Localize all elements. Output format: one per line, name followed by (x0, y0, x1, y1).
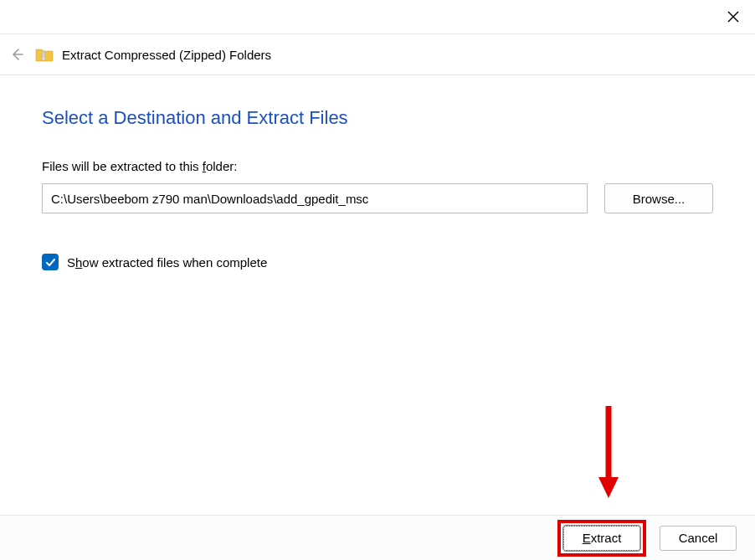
svg-rect-2 (42, 52, 45, 60)
extract-button-hotkey: E (583, 531, 591, 545)
show-files-label[interactable]: Show extracted files when complete (67, 255, 267, 270)
show-files-label-post: ow extracted files when complete (82, 255, 267, 270)
destination-label: Files will be extracted to this folder: (42, 159, 713, 173)
destination-label-pre: Files will be extracted to this (42, 159, 203, 173)
show-files-label-pre: S (67, 255, 75, 270)
show-files-checkbox[interactable] (42, 254, 59, 270)
close-button[interactable] (722, 5, 745, 28)
annotation-arrow (596, 402, 621, 502)
nav-row: Extract Compressed (Zipped) Folders (0, 33, 755, 75)
extract-button[interactable]: Extract (563, 526, 640, 551)
show-files-row: Show extracted files when complete (42, 254, 713, 270)
extract-button-text: xtract (591, 531, 622, 545)
back-button[interactable] (7, 44, 27, 64)
zip-folder-icon (35, 47, 54, 62)
titlebar (0, 0, 755, 33)
page-heading: Select a Destination and Extract Files (42, 107, 713, 129)
annotation-highlight: Extract (557, 520, 646, 557)
destination-label-post: older: (206, 159, 238, 173)
arrow-left-icon (10, 48, 23, 61)
wizard-title: Extract Compressed (Zipped) Folders (62, 48, 271, 62)
content-area: Select a Destination and Extract Files F… (0, 75, 755, 270)
check-icon (45, 257, 56, 268)
destination-row: Browse... (42, 183, 713, 213)
close-icon (727, 11, 739, 23)
browse-button[interactable]: Browse... (604, 183, 713, 213)
svg-marker-7 (598, 477, 619, 498)
cancel-button[interactable]: Cancel (660, 526, 737, 551)
footer: Extract Cancel (0, 515, 755, 560)
destination-input[interactable] (42, 183, 588, 213)
